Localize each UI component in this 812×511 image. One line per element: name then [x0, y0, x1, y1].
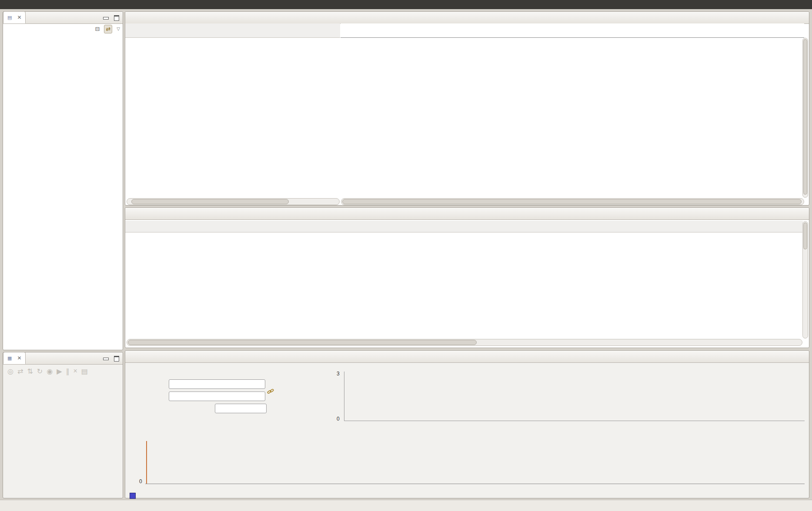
- histogram-tabbar: [125, 351, 809, 363]
- top-hist-ymax: 3: [337, 371, 340, 377]
- project-explorer-panel: ▤ ✕ ⊟ ⇄ ▽: [3, 11, 123, 350]
- events-panel: [125, 207, 809, 348]
- tab-project-explorer[interactable]: ▤ ✕: [3, 11, 26, 23]
- selection-end-field[interactable]: [169, 392, 265, 401]
- refresh-icon[interactable]: ↻: [37, 367, 43, 375]
- bottom-hist-ymin: 0: [139, 478, 142, 484]
- control-tabbar: ▦ ✕: [3, 352, 123, 365]
- control-flow-rows: [125, 12, 804, 198]
- process-table-hscrollbar[interactable]: [127, 198, 340, 205]
- events-hscrollbar[interactable]: [127, 339, 802, 346]
- window-position-line[interactable]: [146, 441, 147, 484]
- link-selection-icon[interactable]: [267, 388, 274, 395]
- pause-icon[interactable]: ∥: [66, 367, 69, 375]
- maximize-icon[interactable]: [114, 15, 119, 21]
- application-window: ▤ ✕ ⊟ ⇄ ▽: [0, 0, 812, 511]
- chart-vscrollbar[interactable]: [802, 38, 808, 198]
- control-flow-panel: [125, 11, 809, 206]
- chart-hscrollbar[interactable]: [341, 198, 804, 205]
- events-table: [125, 208, 809, 348]
- view-menu-icon[interactable]: ▽: [117, 26, 120, 33]
- link-with-editor-icon[interactable]: ⇄: [104, 25, 112, 33]
- control-panel: ▦ ✕ ◎ ⇄ ⇅ ↻ ◉ ▶ ∥ × ▤: [3, 352, 123, 498]
- selection-start-field[interactable]: [169, 379, 265, 389]
- disconnect-icon[interactable]: ⇅: [27, 367, 33, 375]
- window-span-field[interactable]: [215, 404, 267, 413]
- events-vscrollbar[interactable]: [802, 221, 808, 338]
- minimize-icon[interactable]: [103, 358, 109, 360]
- project-explorer-icon: ▤: [7, 15, 12, 20]
- top-hist-ymin: 0: [337, 416, 340, 422]
- histogram-panel: 3 0 0: [125, 350, 809, 498]
- delete-icon[interactable]: ×: [73, 367, 77, 375]
- project-tree: [3, 37, 123, 350]
- menu-bar: [0, 0, 812, 9]
- status-bar: [0, 500, 812, 511]
- new-connection-icon[interactable]: ◎: [7, 367, 13, 375]
- control-icon: ▦: [7, 355, 12, 361]
- connect-icon[interactable]: ⇄: [17, 367, 23, 375]
- close-icon[interactable]: ✕: [17, 355, 21, 361]
- close-icon[interactable]: ✕: [17, 14, 21, 20]
- new-session-icon[interactable]: ◉: [47, 367, 53, 375]
- tab-control[interactable]: ▦ ✕: [3, 352, 26, 364]
- project-explorer-tabbar: ▤ ✕: [3, 12, 123, 24]
- minimize-icon[interactable]: [103, 17, 109, 20]
- full-range-histogram[interactable]: [145, 441, 805, 484]
- start-icon[interactable]: ▶: [57, 367, 62, 375]
- import-icon[interactable]: ▤: [81, 367, 88, 375]
- maximize-icon[interactable]: [114, 356, 119, 362]
- time-range-histogram[interactable]: [344, 372, 805, 421]
- collapse-all-icon[interactable]: ⊟: [95, 26, 100, 33]
- legend-swatch: [130, 493, 136, 499]
